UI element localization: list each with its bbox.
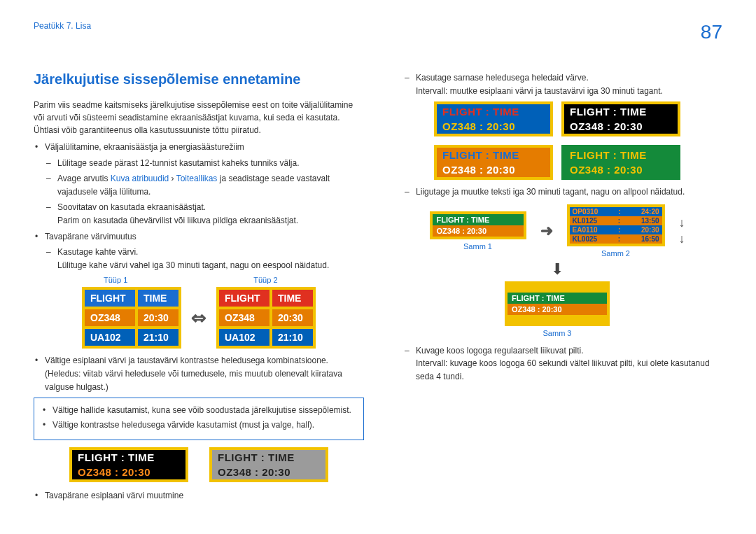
swap-arrow-icon: ⇔ [191, 307, 206, 329]
label-type2: Tüüp 2 [253, 276, 277, 284]
flight-table-type2: FLIGHTTIME OZ34820:30 UA10221:10 [216, 287, 316, 349]
two-column-layout: Järelkujutise sissepõlemise ennetamine P… [34, 71, 722, 505]
box-green-yellow: FLIGHT : TIME OZ348 : 20:30 [561, 145, 680, 180]
dash-logo-moving: Kuvage koos logoga regulaarselt liikuvat… [403, 344, 722, 384]
bullet-avoid-contrast: Vältige esiplaani värvi ja taustavärvi k… [34, 354, 364, 393]
note-avoid-bw: Vältige kontrastse heledusega värvide ka… [41, 419, 356, 432]
step1-box: FLIGHT : TIME OZ348 : 20:30 [430, 211, 526, 239]
dash-12h: Lülitage seade pärast 12-tunnist kasutam… [45, 157, 364, 170]
contrast-black-box: FLIGHT : TIME OZ348 : 20:30 [69, 447, 188, 482]
page-header: Peatükk 7. Lisa 87 [34, 21, 722, 43]
dash-screensaver: Soovitatav on kasutada ekraanisäästjat. … [45, 201, 364, 227]
left-column: Järelkujutise sissepõlemise ennetamine P… [34, 71, 364, 505]
right-arrow-icon: ➜ [540, 222, 553, 240]
link-power-source[interactable]: Toiteallikas [176, 174, 218, 183]
color-grid: FLIGHT : TIME OZ348 : 20:30 FLIGHT : TIM… [392, 101, 722, 180]
contrast-examples: FLIGHT : TIME OZ348 : 20:30 FLIGHT : TIM… [34, 447, 364, 482]
dash-display-props: Avage arvutis Kuva atribuudid › Toiteall… [45, 172, 364, 198]
breadcrumb: Peatükk 7. Lisa [34, 21, 91, 31]
link-display-attributes[interactable]: Kuva atribuudid [111, 174, 169, 183]
step3-box: FLIGHT : TIME OZ348 : 20:30 [505, 281, 610, 326]
bullet-shutdown: Väljalülitamine, ekraanisäästja ja energ… [34, 141, 364, 154]
bullet-color-change: Tavapärane värvimuutus [34, 230, 364, 244]
label-step1: Samm 1 [463, 242, 492, 251]
down-arrows-icon: ↓↓ [679, 216, 685, 246]
steps-1-2: FLIGHT : TIME OZ348 : 20:30 Samm 1 ➜ OP0… [392, 204, 722, 258]
dash-move-text: Liigutage ja muutke teksti iga 30 minuti… [403, 185, 722, 199]
flight-table-pair: FLIGHTTIME OZ34820:30 UA10221:10 ⇔ FLIGH… [34, 287, 364, 349]
box-blue-red: FLIGHT : TIME OZ348 : 20:30 [434, 101, 553, 136]
contrast-gray-box: FLIGHT : TIME OZ348 : 20:30 [209, 447, 328, 482]
right-column: Kasutage sarnase heledusega heledaid vär… [392, 71, 722, 505]
box-black-white: FLIGHT : TIME OZ348 : 20:30 [561, 101, 680, 136]
label-type1: Tüüp 1 [104, 276, 127, 284]
step2-scroll-box: OP0310:24:20 KL0125:13:50 EA0110:20:30 K… [567, 204, 665, 246]
type-labels: Tüüp 1 Tüüp 2 [104, 276, 364, 284]
arrow-down-icon: ⬇ [392, 260, 722, 279]
box-orange-blue: FLIGHT : TIME OZ348 : 20:30 [434, 145, 553, 180]
dash-two-colors: Kasutage kahte värvi. Lülituge kahe värv… [45, 246, 364, 272]
page-title: Järelkujutise sissepõlemise ennetamine [34, 71, 364, 87]
note-avoid-gray: Vältige hallide kasutamist, kuna see või… [41, 404, 356, 417]
bullet-fg-change: Tavapärane esiplaani värvi muutmine [34, 489, 364, 503]
label-step2: Samm 2 [601, 249, 630, 258]
label-step3: Samm 3 [543, 329, 572, 337]
flight-table-type1: FLIGHTTIME OZ34820:30 UA10221:10 [82, 287, 181, 349]
note-box: Vältige hallide kasutamist, kuna see või… [34, 398, 364, 440]
intro-paragraph: Parim viis seadme kaitsmiseks järelkujut… [34, 99, 364, 136]
dash-similar-brightness: Kasutage sarnase heledusega heledaid vär… [403, 71, 722, 97]
page-number: 87 [701, 21, 722, 43]
